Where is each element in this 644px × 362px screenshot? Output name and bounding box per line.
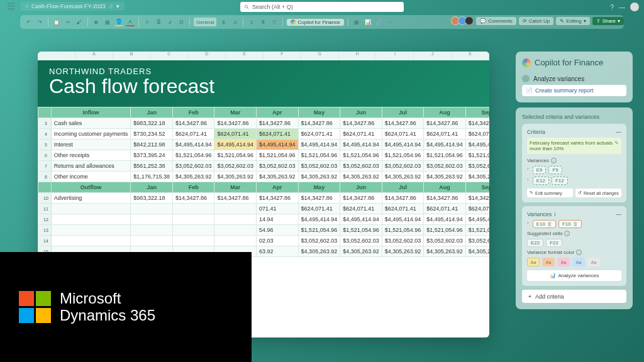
row-number[interactable]: 8	[38, 172, 52, 182]
presence-avatars[interactable]	[453, 16, 474, 25]
catchup-button[interactable]: ⟳ Catch Up	[519, 17, 553, 25]
variance-pill[interactable]: E10🗑	[533, 220, 556, 228]
cell[interactable]: $561,252.38	[131, 161, 173, 172]
cell[interactable]: $4,495,414.94	[465, 140, 489, 150]
row-number[interactable]: 11	[38, 204, 52, 214]
filter-button[interactable]: ▽	[270, 18, 279, 26]
cell[interactable]: $14,3427.86	[214, 193, 257, 204]
cell[interactable]: $1,521,054.96	[424, 150, 466, 161]
col-header[interactable]: D	[188, 52, 226, 60]
cell[interactable]: $624,071.41	[214, 129, 257, 140]
cell[interactable]: $14,3427.86	[298, 193, 340, 204]
cell[interactable]: $4,495,414.94	[172, 140, 214, 150]
share-button[interactable]: ⇪ Share ▾	[592, 17, 624, 25]
cell[interactable]	[131, 236, 173, 246]
cell[interactable]: $14,3427.86	[257, 193, 299, 204]
copilot-ribbon-button[interactable]: Copilot for Finance	[287, 19, 343, 26]
cell[interactable]: $4,305,263.92	[382, 172, 424, 182]
cell[interactable]: $1,521,054.96	[298, 150, 340, 161]
cell[interactable]: $14,3427.86	[172, 118, 214, 129]
cell-chip[interactable]: E12	[533, 177, 549, 185]
cell[interactable]: $4,495,414.94	[214, 140, 257, 150]
cell[interactable]	[214, 214, 257, 225]
cell[interactable]: $624,071.41	[424, 204, 466, 214]
number-format-select[interactable]: General	[194, 18, 216, 26]
cell[interactable]: $842,212.98	[131, 140, 173, 150]
cell[interactable]: $14,3427.86	[214, 118, 257, 129]
paste-button[interactable]: 📋	[52, 18, 61, 26]
bold-button[interactable]: B	[92, 18, 101, 26]
cut-button[interactable]: ✂	[64, 18, 72, 26]
cell[interactable]: $624,071.41	[382, 204, 424, 214]
cell[interactable]: 63.92	[257, 246, 299, 257]
user-avatar[interactable]	[630, 3, 639, 11]
cell[interactable]	[172, 204, 214, 214]
cell[interactable]: $4,495,414.94	[340, 214, 382, 225]
cell[interactable]: $4,495,414.94	[424, 140, 466, 150]
info-icon[interactable]: i	[564, 231, 570, 236]
cell[interactable]: $3,052,602.03	[382, 236, 424, 246]
row-number[interactable]: 4	[38, 129, 52, 140]
cell[interactable]: $4,305,263.92	[298, 172, 340, 182]
decimal-dec-button[interactable]: .0	[230, 18, 239, 26]
editing-mode-button[interactable]: ✎ Editing ▾	[556, 17, 589, 25]
cell[interactable]: $624,071.41	[298, 129, 340, 140]
delete-icon[interactable]: 🗑	[547, 221, 552, 227]
cell-chip[interactable]: E9	[533, 166, 547, 174]
add-criteria-button[interactable]: ＋ Add criteria	[522, 290, 626, 303]
cell[interactable]: $4,495,414.94	[340, 140, 382, 150]
col-header[interactable]: E	[226, 52, 264, 60]
cell[interactable]: $14,3427.86	[382, 118, 424, 129]
border-button[interactable]: ▦	[103, 18, 112, 26]
cell[interactable]: $624,071.41	[340, 204, 382, 214]
cell[interactable]: $14,3427.86	[424, 118, 466, 129]
cell[interactable]: $373,395.24	[131, 150, 173, 161]
collapse-icon[interactable]: —	[616, 129, 621, 135]
cell[interactable]: $1,521,054.96	[424, 225, 466, 236]
edit-summary-button[interactable]: ✎ Edit summary	[527, 189, 573, 197]
swatch-pink[interactable]: Aa	[557, 258, 570, 266]
swatch-orange[interactable]: Aa	[542, 258, 555, 266]
cell[interactable]: $3,052,602.03	[465, 236, 489, 246]
cell[interactable]: $1,521,054.96	[340, 150, 382, 161]
reset-changes-button[interactable]: ↺ Reset all changes	[575, 189, 621, 197]
col-header[interactable]: H	[339, 52, 377, 60]
cell[interactable]: $624,071.41	[340, 129, 382, 140]
cell[interactable]	[214, 236, 257, 246]
row-number[interactable]: 12	[38, 214, 52, 225]
cell[interactable]: $4,305,263.92	[424, 172, 466, 182]
swatch-grey[interactable]: Aa	[587, 258, 600, 266]
analyze-variances-button[interactable]: 📊 Analyze variances	[527, 270, 621, 281]
swatch-blue[interactable]: Aa	[572, 258, 585, 266]
redo-button[interactable]: ↷	[35, 18, 44, 26]
cell[interactable]: 54.96	[257, 225, 299, 236]
cell[interactable]: $4,495,414.94	[298, 140, 340, 150]
cell[interactable]: $1,521,054.96	[172, 150, 214, 161]
cell[interactable]: $4,305,263.92	[172, 172, 214, 182]
cell[interactable]	[214, 225, 257, 236]
cell[interactable]: $983,322.18	[131, 118, 173, 129]
row-number[interactable]: 6	[38, 150, 52, 161]
cell[interactable]: $1,521,054.96	[340, 225, 382, 236]
create-summary-button[interactable]: 📄 Create summary report	[522, 85, 626, 96]
cell[interactable]: $14,3427.86	[382, 193, 424, 204]
col-header[interactable]: B	[113, 52, 151, 60]
cell[interactable]	[172, 225, 214, 236]
cell[interactable]: $14,3427.86	[172, 193, 214, 204]
cell[interactable]: $1,521,054.96	[465, 150, 489, 161]
row-number[interactable]: 3	[38, 118, 52, 129]
cell[interactable]: $4,305,263.92	[257, 172, 299, 182]
cell[interactable]	[172, 236, 214, 246]
more-button[interactable]: ⋯	[386, 18, 395, 26]
cell[interactable]: $624,071.41	[172, 129, 214, 140]
row-number[interactable]: 7	[38, 161, 52, 172]
cell[interactable]: $624,071.41	[424, 129, 466, 140]
cell[interactable]: $1,521,054.96	[298, 225, 340, 236]
col-header[interactable]: I	[376, 52, 414, 60]
delete-icon[interactable]: 🗑	[573, 221, 578, 227]
col-header[interactable]: A	[75, 52, 113, 60]
cell[interactable]: $4,495,414.94	[298, 214, 340, 225]
col-header[interactable]: G	[301, 52, 339, 60]
search-input[interactable]: Search (Alt + Q)	[240, 2, 404, 12]
cell[interactable]: $1,176,715.38	[131, 172, 173, 182]
